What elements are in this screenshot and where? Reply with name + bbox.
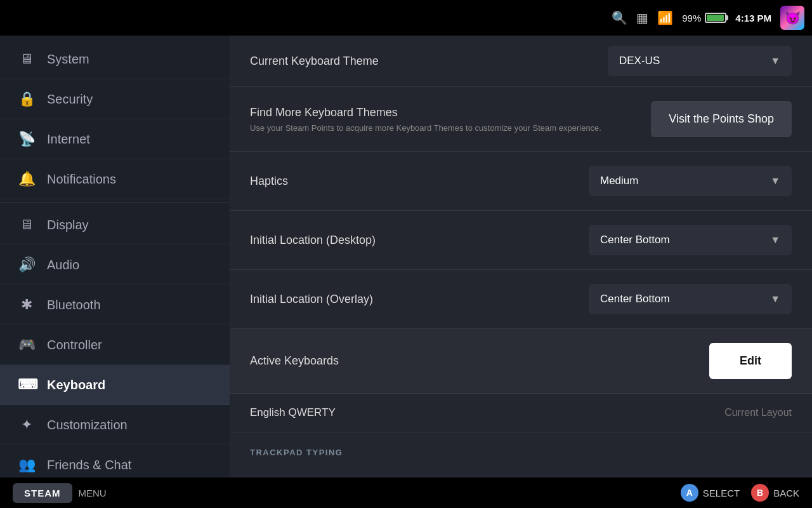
sidebar-label-security: Security — [47, 92, 93, 107]
sidebar-label-display: Display — [47, 218, 89, 232]
main-content: Current Keyboard Theme DEX-US ▼ Find Mor… — [230, 36, 812, 478]
layout: 🖥 System 🔒 Security 📡 Internet 🔔 Notific… — [0, 36, 812, 478]
bottombar: STEAM MENU A SELECT B BACK — [0, 478, 812, 508]
sidebar-label-bluetooth: Bluetooth — [47, 298, 101, 312]
initial-location-desktop-label: Initial Location (Desktop) — [250, 234, 589, 247]
wifi-icon: 📶 — [657, 10, 673, 25]
topbar: 🔍 ▦ 📶 99% 4:13 PM 😈 — [0, 0, 812, 36]
active-keyboards-label: Active Keyboards — [250, 354, 339, 368]
find-more-label: Find More Keyboard Themes — [250, 106, 636, 119]
english-qwerty-label: English QWERTY — [250, 406, 336, 419]
active-keyboards-row: Active Keyboards Edit — [230, 329, 812, 394]
current-layout-label: Current Layout — [724, 407, 792, 418]
sidebar-label-notifications: Notifications — [47, 172, 116, 187]
sidebar-label-controller: Controller — [47, 338, 102, 352]
clock: 4:13 PM — [735, 13, 771, 23]
select-label: SELECT — [703, 488, 740, 498]
bottom-controls: A SELECT B BACK — [681, 484, 799, 502]
keyboard-theme-dropdown[interactable]: DEX-US ▼ — [608, 46, 792, 76]
sidebar-item-controller[interactable]: 🎮 Controller — [0, 325, 230, 365]
system-icon: 🖥 — [18, 51, 36, 67]
grid-icon[interactable]: ▦ — [636, 10, 648, 25]
sidebar-label-audio: Audio — [47, 258, 79, 272]
initial-location-overlay-value: Center Bottom — [600, 293, 670, 305]
points-shop-button[interactable]: Visit the Points Shop — [651, 101, 792, 137]
battery-bar — [705, 13, 726, 23]
controller-icon: 🎮 — [18, 337, 36, 353]
sidebar-item-display[interactable]: 🖥 Display — [0, 205, 230, 245]
sidebar-item-security[interactable]: 🔒 Security — [0, 79, 230, 119]
sidebar-label-system: System — [47, 52, 89, 67]
haptics-label: Haptics — [250, 175, 589, 188]
menu-label: MENU — [79, 488, 107, 498]
sidebar-label-friends: Friends & Chat — [47, 458, 131, 472]
sidebar-item-friends[interactable]: 👥 Friends & Chat — [0, 445, 230, 478]
customization-icon: ✦ — [18, 417, 36, 433]
find-more-description: Use your Steam Points to acquire more Ke… — [250, 123, 636, 133]
bluetooth-icon: ✱ — [18, 297, 36, 313]
sidebar-item-internet[interactable]: 📡 Internet — [0, 119, 230, 159]
initial-location-overlay-arrow: ▼ — [770, 293, 780, 305]
notifications-icon: 🔔 — [18, 171, 36, 187]
haptics-dropdown-arrow: ▼ — [770, 175, 780, 187]
keyboard-theme-value: DEX-US — [619, 55, 660, 67]
sidebar-item-keyboard[interactable]: ⌨ Keyboard — [0, 365, 230, 405]
keyboard-theme-dropdown-arrow: ▼ — [770, 55, 780, 67]
security-icon: 🔒 — [18, 91, 36, 107]
back-label: BACK — [773, 488, 799, 498]
display-icon: 🖥 — [18, 217, 36, 233]
sidebar-divider — [0, 202, 230, 203]
initial-location-desktop-value: Center Bottom — [600, 234, 670, 246]
sidebar-item-customization[interactable]: ✦ Customization — [0, 405, 230, 445]
haptics-row: Haptics Medium ▼ — [230, 152, 812, 211]
internet-icon: 📡 — [18, 131, 36, 147]
keyboard-icon: ⌨ — [18, 377, 36, 393]
initial-location-desktop-dropdown[interactable]: Center Bottom ▼ — [589, 225, 792, 255]
friends-icon: 👥 — [18, 457, 36, 473]
trackpad-section: TRACKPAD TYPING — [230, 432, 812, 465]
initial-location-overlay-row: Initial Location (Overlay) Center Bottom… — [230, 270, 812, 329]
battery-indicator: 99% — [682, 13, 726, 23]
sidebar-label-customization: Customization — [47, 418, 128, 432]
back-control: B BACK — [751, 484, 799, 502]
haptics-dropdown[interactable]: Medium ▼ — [589, 166, 792, 196]
audio-icon: 🔊 — [18, 257, 36, 273]
initial-location-desktop-arrow: ▼ — [770, 234, 780, 246]
avatar[interactable]: 😈 — [780, 6, 804, 30]
sidebar-item-audio[interactable]: 🔊 Audio — [0, 245, 230, 285]
keyboard-theme-label: Current Keyboard Theme — [250, 55, 608, 68]
sidebar-label-keyboard: Keyboard — [47, 378, 105, 392]
edit-button[interactable]: Edit — [709, 343, 792, 379]
a-button[interactable]: A — [681, 484, 698, 502]
battery-percent: 99% — [682, 13, 701, 23]
keyboard-theme-row: Current Keyboard Theme DEX-US ▼ — [230, 36, 812, 87]
search-icon[interactable]: 🔍 — [612, 10, 627, 25]
initial-location-overlay-dropdown[interactable]: Center Bottom ▼ — [589, 284, 792, 314]
sidebar: 🖥 System 🔒 Security 📡 Internet 🔔 Notific… — [0, 36, 230, 478]
steam-button[interactable]: STEAM — [13, 483, 72, 503]
sidebar-item-notifications[interactable]: 🔔 Notifications — [0, 159, 230, 199]
b-button[interactable]: B — [751, 484, 769, 502]
select-control: A SELECT — [681, 484, 740, 502]
sidebar-item-bluetooth[interactable]: ✱ Bluetooth — [0, 285, 230, 325]
initial-location-desktop-row: Initial Location (Desktop) Center Bottom… — [230, 211, 812, 270]
haptics-value: Medium — [600, 175, 638, 187]
initial-location-overlay-label: Initial Location (Overlay) — [250, 293, 589, 306]
sidebar-label-internet: Internet — [47, 132, 90, 147]
sidebar-item-system[interactable]: 🖥 System — [0, 39, 230, 79]
battery-fill — [707, 15, 724, 21]
trackpad-section-title: TRACKPAD TYPING — [250, 448, 792, 457]
find-more-themes-row: Find More Keyboard Themes Use your Steam… — [230, 87, 812, 152]
english-qwerty-row: English QWERTY Current Layout — [230, 394, 812, 432]
